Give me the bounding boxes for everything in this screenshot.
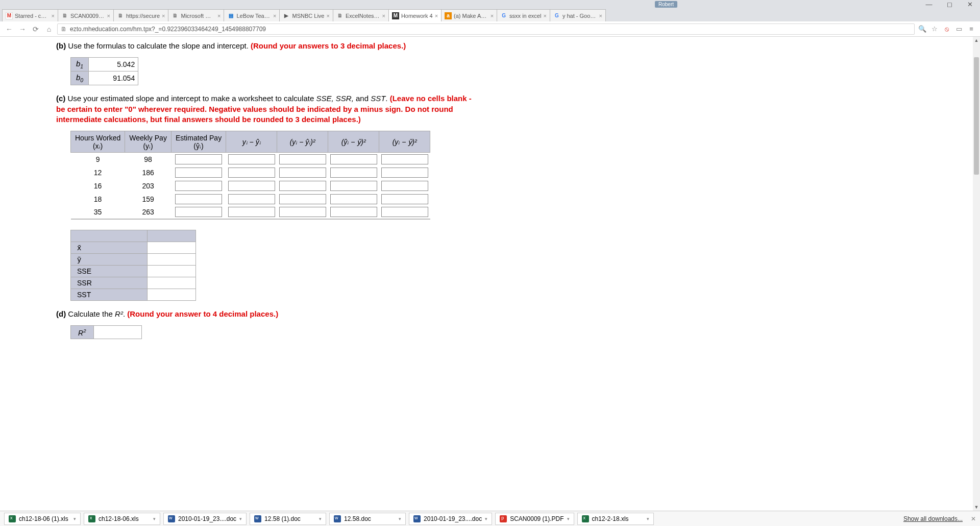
tab-favicon: G — [500, 12, 507, 19]
close-window-button[interactable]: ✕ — [964, 1, 976, 8]
tab-title: Homework 4 — [401, 13, 433, 19]
tab-favicon: M — [392, 12, 399, 19]
tab-close-icon[interactable]: × — [273, 13, 276, 19]
browser-tab[interactable]: 🗎SCAN0009 (1)× — [58, 9, 114, 21]
tab-close-icon[interactable]: × — [107, 13, 110, 19]
tab-title: ssxx in excel — [509, 13, 541, 19]
adblock-icon[interactable]: ⦸ — [942, 25, 951, 33]
browser-tab[interactable]: MStarred - chain× — [2, 9, 58, 21]
tab-favicon: 🗎 — [336, 12, 344, 19]
tab-title: (a) Make An E — [454, 13, 488, 19]
browser-toolbar: ← → ⟳ ⌂ 🗎 ezto.mheducation.com/hm.tpx?_=… — [0, 21, 980, 37]
tab-close-icon[interactable]: × — [543, 13, 546, 19]
device-icon[interactable]: ▭ — [954, 25, 964, 33]
home-button[interactable]: ⌂ — [44, 25, 54, 33]
tab-title: ExcelNotes.PD — [346, 13, 380, 19]
tab-close-icon[interactable]: × — [382, 13, 385, 19]
tab-title: Starred - chain — [15, 13, 50, 19]
tab-title: Microsoft Wor — [181, 13, 215, 19]
browser-tab[interactable]: Gssxx in excel× — [497, 9, 550, 21]
zoom-icon[interactable]: 🔍 — [918, 25, 927, 33]
user-badge: Robert — [655, 1, 677, 8]
window-titlebar: Robert — ◻ ✕ — [0, 0, 980, 8]
tab-favicon: ▤ — [227, 12, 234, 19]
tab-favicon: 🗎 — [61, 12, 68, 19]
browser-tab[interactable]: ▤LeBow Teachin× — [224, 9, 280, 21]
browser-tab[interactable]: 🗎Microsoft Wor× — [168, 9, 224, 21]
browser-tab[interactable]: 🗎ExcelNotes.PD× — [333, 9, 389, 21]
address-bar[interactable]: 🗎 ezto.mheducation.com/hm.tpx?_=0.922396… — [57, 23, 915, 35]
tab-close-icon[interactable]: × — [599, 13, 602, 19]
tab-favicon: 🗎 — [172, 12, 179, 19]
tab-close-icon[interactable]: × — [326, 13, 329, 19]
tab-title: MSNBC Live — [292, 13, 324, 19]
tab-close-icon[interactable]: × — [162, 13, 165, 19]
browser-tab[interactable]: MHomework 4× — [388, 9, 442, 21]
tab-close-icon[interactable]: × — [52, 13, 55, 19]
browser-tab[interactable]: 🗎https://secure× — [113, 9, 168, 21]
reload-button[interactable]: ⟳ — [31, 25, 41, 33]
tab-favicon: M — [6, 12, 13, 19]
minimize-button[interactable]: — — [923, 1, 935, 8]
browser-tab[interactable]: ▶MSNBC Live× — [279, 9, 333, 21]
tab-favicon: G — [553, 12, 560, 19]
maximize-button[interactable]: ◻ — [943, 1, 955, 8]
tab-title: LeBow Teachin — [236, 13, 271, 19]
tab-title: SCAN0009 (1) — [70, 13, 105, 19]
tab-close-icon[interactable]: × — [217, 13, 220, 19]
page-icon: 🗎 — [61, 26, 67, 33]
bookmark-icon[interactable]: ☆ — [930, 25, 939, 33]
tab-favicon: 🗎 — [117, 12, 124, 19]
browser-tabstrip: MStarred - chain×🗎SCAN0009 (1)×🗎https://… — [0, 8, 980, 21]
browser-tab[interactable]: a(a) Make An E× — [441, 9, 497, 21]
browser-tab[interactable]: Gy hat - Google× — [550, 9, 606, 21]
tab-title: https://secure — [126, 13, 160, 19]
url-text: ezto.mheducation.com/hm.tpx?_=0.92239603… — [70, 26, 266, 33]
tab-title: y hat - Google — [562, 13, 597, 19]
forward-button[interactable]: → — [17, 25, 28, 33]
tab-favicon: ▶ — [283, 12, 290, 19]
menu-icon[interactable]: ≡ — [967, 25, 976, 33]
back-button[interactable]: ← — [4, 25, 14, 33]
tab-favicon: a — [445, 12, 452, 19]
tab-close-icon[interactable]: × — [435, 13, 438, 19]
tab-close-icon[interactable]: × — [491, 13, 494, 19]
